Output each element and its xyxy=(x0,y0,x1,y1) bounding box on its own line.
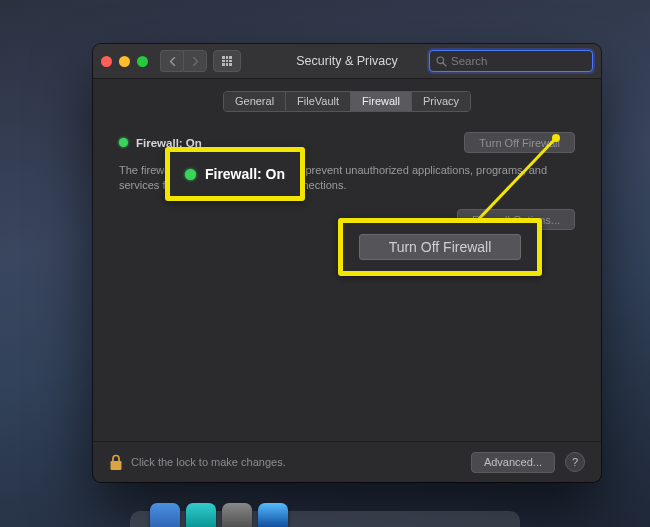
lock-button[interactable] xyxy=(109,454,123,471)
tabs-row: General FileVault Firewall Privacy xyxy=(93,91,601,112)
annotation-status-text: Firewall: On xyxy=(205,166,285,182)
search-icon xyxy=(436,56,447,67)
lock-hint-text: Click the lock to make changes. xyxy=(131,456,286,468)
nav-back-forward xyxy=(160,50,207,72)
dock-app-icon[interactable] xyxy=(150,503,180,527)
titlebar: Security & Privacy Search xyxy=(93,44,601,79)
dock-app-icon[interactable] xyxy=(186,503,216,527)
grid-icon xyxy=(222,56,231,65)
window-footer: Click the lock to make changes. Advanced… xyxy=(93,441,601,482)
svg-line-1 xyxy=(443,63,446,66)
search-placeholder: Search xyxy=(451,55,487,67)
advanced-button[interactable]: Advanced... xyxy=(471,452,555,473)
annotation-button-highlight: Turn Off Firewall xyxy=(338,218,542,276)
status-led-icon xyxy=(119,138,128,147)
tab-general[interactable]: General xyxy=(224,92,286,111)
zoom-window-button[interactable] xyxy=(137,56,148,67)
turn-off-firewall-button[interactable]: Turn Off Firewall xyxy=(464,132,575,153)
tabs: General FileVault Firewall Privacy xyxy=(223,91,471,112)
help-button[interactable]: ? xyxy=(565,452,585,472)
svg-rect-2 xyxy=(111,461,122,470)
back-button[interactable] xyxy=(160,50,183,72)
forward-button[interactable] xyxy=(183,50,207,72)
annotation-turn-off-button: Turn Off Firewall xyxy=(359,234,521,260)
minimize-window-button[interactable] xyxy=(119,56,130,67)
lock-icon xyxy=(109,454,123,471)
tab-filevault[interactable]: FileVault xyxy=(286,92,351,111)
dock-app-icon[interactable] xyxy=(222,503,252,527)
dock-items xyxy=(150,503,288,527)
search-field[interactable]: Search xyxy=(429,50,593,72)
show-all-button[interactable] xyxy=(213,50,241,72)
dock-app-icon[interactable] xyxy=(258,503,288,527)
tab-privacy[interactable]: Privacy xyxy=(412,92,470,111)
close-window-button[interactable] xyxy=(101,56,112,67)
tab-firewall[interactable]: Firewall xyxy=(351,92,412,111)
status-led-icon xyxy=(185,169,196,180)
window-controls xyxy=(101,56,148,67)
annotation-status-highlight: Firewall: On xyxy=(165,147,305,201)
